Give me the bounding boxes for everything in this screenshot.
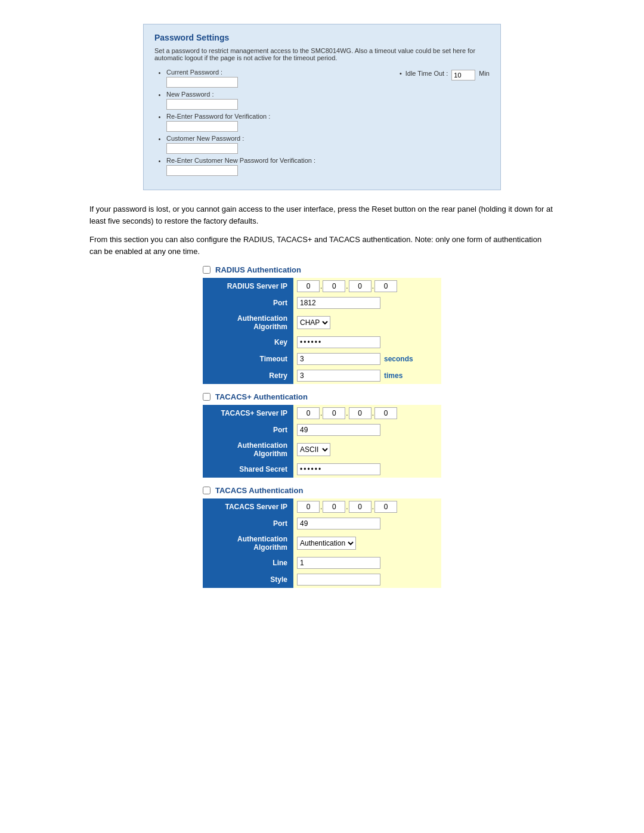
tacacs-plus-ip-octet1[interactable] bbox=[297, 407, 320, 419]
password-settings-desc: Set a password to restrict management ac… bbox=[154, 47, 490, 61]
tacacs-line-label: Line bbox=[203, 555, 293, 571]
tacacs-plus-ip-octet2[interactable] bbox=[323, 407, 345, 419]
tacacs-ip-inputs: . . . bbox=[297, 501, 438, 513]
idle-timeout-area: • Idle Time Out : Min bbox=[400, 70, 490, 179]
tacacs-section-header: TACACS Authentication bbox=[203, 486, 441, 495]
table-row: Port bbox=[203, 295, 441, 311]
table-row: Shared Secret bbox=[203, 461, 441, 478]
table-row: Timeout seconds bbox=[203, 351, 441, 367]
radius-ip-octet4[interactable] bbox=[374, 280, 397, 292]
tacacs-plus-section-header: TACACS+ Authentication bbox=[203, 392, 441, 401]
table-row: Port bbox=[203, 422, 441, 438]
tacacs-server-ip-label: TACACS Server IP bbox=[203, 498, 293, 515]
tacacs-line-value bbox=[293, 555, 441, 571]
radius-timeout-value: seconds bbox=[293, 351, 441, 367]
tacacs-plus-port-label: Port bbox=[203, 422, 293, 438]
radius-checkbox[interactable] bbox=[203, 266, 210, 274]
retry-unit: times bbox=[384, 371, 402, 380]
table-row: AuthenticationAlgorithm CHAP PAP bbox=[203, 311, 441, 334]
current-password-input[interactable] bbox=[166, 77, 238, 88]
table-row: RADIUS Server IP . . . bbox=[203, 278, 441, 295]
auth-container: RADIUS Authentication RADIUS Server IP .… bbox=[203, 265, 441, 588]
radius-port-input[interactable] bbox=[297, 297, 380, 309]
idle-timeout-input[interactable] bbox=[451, 70, 475, 80]
tacacs-plus-ip-octet3[interactable] bbox=[349, 407, 371, 419]
paragraph1: If your password is lost, or you cannot … bbox=[89, 203, 555, 227]
radius-ip-octet1[interactable] bbox=[297, 280, 320, 292]
radius-ip-inputs: . . . bbox=[297, 280, 438, 292]
radius-retry-input[interactable] bbox=[297, 370, 380, 382]
tacacs-plus-shared-secret-input[interactable] bbox=[297, 463, 380, 475]
re-enter-password-input[interactable] bbox=[166, 121, 238, 132]
paragraph2: From this section you can also configure… bbox=[89, 234, 555, 257]
table-row: Style bbox=[203, 571, 441, 588]
customer-new-password-input[interactable] bbox=[166, 143, 238, 154]
tacacs-port-label: Port bbox=[203, 515, 293, 532]
password-fields-list: Current Password : New Password : Re-Ent… bbox=[154, 69, 382, 176]
tacacs-ip-octet2[interactable] bbox=[323, 501, 345, 513]
password-left-column: Current Password : New Password : Re-Ent… bbox=[154, 69, 382, 179]
idle-timeout-unit: Min bbox=[479, 70, 490, 77]
radius-section-label: RADIUS Authentication bbox=[215, 265, 301, 274]
tacacs-checkbox[interactable] bbox=[203, 487, 210, 494]
password-form-area: Current Password : New Password : Re-Ent… bbox=[154, 69, 490, 179]
radius-auth-algo-select[interactable]: CHAP PAP bbox=[297, 316, 330, 329]
tacacs-style-value bbox=[293, 571, 441, 588]
re-enter-customer-password-field: Re-Enter Customer New Password for Verif… bbox=[166, 157, 382, 176]
tacacs-plus-ip-inputs: . . . bbox=[297, 407, 438, 419]
idle-timeout-label: Idle Time Out : bbox=[405, 70, 448, 77]
current-password-field: Current Password : bbox=[166, 69, 382, 88]
tacacs-ip-octet1[interactable] bbox=[297, 501, 320, 513]
table-row: Line bbox=[203, 555, 441, 571]
radius-ip-octet2[interactable] bbox=[323, 280, 345, 292]
tacacs-plus-server-ip-value: . . . bbox=[293, 405, 441, 422]
re-enter-customer-password-input[interactable] bbox=[166, 165, 238, 176]
tacacs-plus-auth-algo-select[interactable]: ASCII CHAP PAP bbox=[297, 443, 330, 456]
radius-timeout-input[interactable] bbox=[297, 353, 380, 365]
customer-new-password-field: Customer New Password : bbox=[166, 135, 382, 154]
tacacs-server-ip-value: . . . bbox=[293, 498, 441, 515]
tacacs-plus-port-value bbox=[293, 422, 441, 438]
tacacs-style-input[interactable] bbox=[297, 574, 380, 586]
radius-key-label: Key bbox=[203, 334, 293, 351]
tacacs-section-label: TACACS Authentication bbox=[215, 486, 303, 495]
radius-table: RADIUS Server IP . . . Port Authenticat bbox=[203, 278, 441, 384]
radius-auth-algo-value: CHAP PAP bbox=[293, 311, 441, 334]
tacacs-plus-auth-algo-label: AuthenticationAlgorithm bbox=[203, 438, 293, 461]
tacacs-line-input[interactable] bbox=[297, 557, 380, 569]
tacacs-style-label: Style bbox=[203, 571, 293, 588]
table-row: AuthenticationAlgorithm ASCII CHAP PAP bbox=[203, 438, 441, 461]
tacacs-ip-octet3[interactable] bbox=[349, 501, 371, 513]
radius-timeout-label: Timeout bbox=[203, 351, 293, 367]
table-row: TACACS+ Server IP . . . bbox=[203, 405, 441, 422]
tacacs-plus-checkbox[interactable] bbox=[203, 393, 210, 401]
tacacs-plus-shared-secret-label: Shared Secret bbox=[203, 461, 293, 478]
table-row: TACACS Server IP . . . bbox=[203, 498, 441, 515]
table-row: AuthenticationAlgorithm Authentication C… bbox=[203, 532, 441, 555]
radius-server-ip-value: . . . bbox=[293, 278, 441, 295]
tacacs-plus-section-label: TACACS+ Authentication bbox=[215, 392, 308, 401]
tacacs-table: TACACS Server IP . . . Port Authenticat bbox=[203, 498, 441, 588]
table-row: Retry times bbox=[203, 367, 441, 384]
tacacs-auth-algo-label: AuthenticationAlgorithm bbox=[203, 532, 293, 555]
tacacs-port-input[interactable] bbox=[297, 518, 380, 529]
tacacs-plus-shared-secret-value bbox=[293, 461, 441, 478]
radius-server-ip-label: RADIUS Server IP bbox=[203, 278, 293, 295]
tacacs-plus-server-ip-label: TACACS+ Server IP bbox=[203, 405, 293, 422]
table-row: Port bbox=[203, 515, 441, 532]
radius-ip-octet3[interactable] bbox=[349, 280, 371, 292]
radius-key-input[interactable] bbox=[297, 336, 380, 348]
table-row: Key bbox=[203, 334, 441, 351]
new-password-field: New Password : bbox=[166, 91, 382, 110]
tacacs-auth-algo-value: Authentication CHAP PAP bbox=[293, 532, 441, 555]
password-settings-title: Password Settings bbox=[154, 33, 490, 42]
timeout-unit: seconds bbox=[384, 355, 413, 363]
tacacs-plus-ip-octet4[interactable] bbox=[374, 407, 397, 419]
tacacs-ip-octet4[interactable] bbox=[374, 501, 397, 513]
new-password-input[interactable] bbox=[166, 99, 238, 110]
tacacs-plus-port-input[interactable] bbox=[297, 424, 380, 436]
idle-timeout-bullet: • bbox=[400, 70, 402, 77]
tacacs-auth-algo-select[interactable]: Authentication CHAP PAP bbox=[297, 537, 356, 550]
radius-retry-label: Retry bbox=[203, 367, 293, 384]
tacacs-plus-table: TACACS+ Server IP . . . Port Authentica bbox=[203, 405, 441, 478]
